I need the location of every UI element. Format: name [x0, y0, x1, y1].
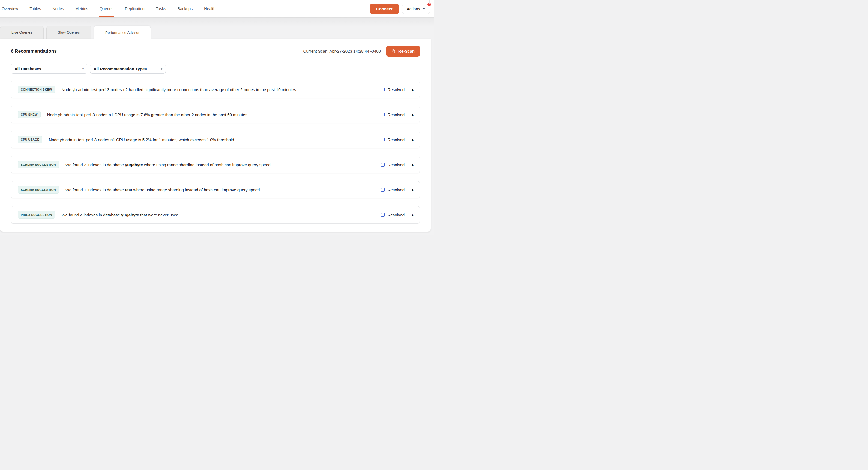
magnifier-icon	[392, 49, 396, 54]
queries-page: Live Queries Slow Queries Performance Ad…	[0, 18, 434, 235]
triangle-up-icon[interactable]: ▲	[411, 213, 414, 216]
recommendation-summary: We found 1 indexes in database test wher…	[65, 188, 261, 192]
nav-item-metrics[interactable]: Metrics	[75, 0, 88, 18]
recommendation-summary: Node yb-admin-test-perf-3-nodes-n1 CPU u…	[49, 137, 235, 142]
nav-actions-group: Connect Actions	[370, 4, 430, 14]
resolved-checkbox[interactable]	[381, 88, 384, 91]
resolved-checkbox[interactable]	[381, 112, 384, 116]
advisor-filters: All Databases ▾ All Recommendation Types…	[11, 64, 420, 74]
nav-item-health[interactable]: Health	[204, 0, 216, 18]
advisor-header: 6 Recommendations Current Scan: Apr-27-2…	[11, 45, 420, 57]
recommendation-card-index-suggestion[interactable]: INDEX SUGGESTION We found 4 indexes in d…	[11, 206, 420, 224]
triangle-up-icon[interactable]: ▲	[411, 189, 414, 191]
current-scan-timestamp: Current Scan: Apr-27-2023 14:28:44 -0400	[303, 49, 381, 54]
resolved-label: Resolved	[388, 213, 405, 217]
triangle-up-icon[interactable]: ▲	[411, 88, 414, 91]
triangle-up-icon[interactable]: ▲	[411, 113, 414, 116]
recommendation-type-filter-select[interactable]: All Recommendation Types ▾	[90, 64, 166, 74]
recommendation-type-badge: CPU SKEW	[18, 111, 41, 118]
recommendation-type-badge: INDEX SUGGESTION	[18, 211, 55, 219]
top-right-divider	[429, 0, 430, 4]
recommendation-card-cpu-skew[interactable]: CPU SKEW Node yb-admin-test-perf-3-nodes…	[11, 106, 420, 123]
recommendation-type-badge: CPU USAGE	[18, 136, 42, 143]
card-controls: Resolved ▲	[381, 137, 414, 142]
rescan-button[interactable]: Re-Scan	[386, 45, 420, 57]
tab-live-queries[interactable]: Live Queries	[0, 26, 44, 39]
card-controls: Resolved ▲	[381, 213, 414, 217]
card-controls: Resolved ▲	[381, 112, 414, 117]
card-controls: Resolved ▲	[381, 163, 414, 167]
actions-button[interactable]: Actions	[402, 4, 430, 14]
recommendation-summary: We found 4 indexes in database yugabyte …	[62, 213, 180, 217]
recommendation-card-schema-suggestion-1[interactable]: SCHEMA SUGGESTION We found 2 indexes in …	[11, 156, 420, 173]
nav-item-nodes[interactable]: Nodes	[52, 0, 64, 18]
recommendation-summary: We found 2 indexes in database yugabyte …	[65, 163, 272, 167]
tab-performance-advisor[interactable]: Performance Advisor	[94, 26, 151, 39]
connect-button[interactable]: Connect	[370, 4, 399, 14]
recommendation-type-badge: SCHEMA SUGGESTION	[18, 161, 59, 168]
resolved-checkbox[interactable]	[381, 138, 384, 141]
resolved-checkbox[interactable]	[381, 188, 384, 192]
card-controls: Resolved ▲	[381, 87, 414, 92]
recommendation-summary: Node yb-admin-test-perf-3-nodes-n1 CPU u…	[47, 112, 249, 117]
nav-item-overview[interactable]: Overview	[2, 0, 18, 18]
resolved-label: Resolved	[388, 137, 405, 142]
nav-item-backups[interactable]: Backups	[178, 0, 193, 18]
performance-advisor-panel: 6 Recommendations Current Scan: Apr-27-2…	[0, 39, 431, 232]
recommendations-count-heading: 6 Recommendations	[11, 48, 57, 54]
nav-items: Overview Tables Nodes Metrics Queries Re…	[2, 0, 216, 18]
nav-item-tasks[interactable]: Tasks	[156, 0, 166, 18]
rescan-button-label: Re-Scan	[398, 49, 415, 54]
caret-down-icon: ▾	[82, 67, 84, 70]
recommendation-type-badge: CONNECTION SKEW	[18, 86, 55, 93]
universe-navbar: Overview Tables Nodes Metrics Queries Re…	[0, 0, 434, 18]
nav-item-queries[interactable]: Queries	[99, 0, 114, 18]
recommendation-list: CONNECTION SKEW Node yb-admin-test-perf-…	[11, 81, 420, 224]
actions-button-label: Actions	[407, 6, 420, 11]
recommendation-type-badge: SCHEMA SUGGESTION	[18, 186, 59, 194]
queries-subtabs: Live Queries Slow Queries Performance Ad…	[0, 18, 434, 39]
scan-controls: Current Scan: Apr-27-2023 14:28:44 -0400…	[303, 45, 420, 57]
resolved-checkbox[interactable]	[381, 163, 384, 167]
card-controls: Resolved ▲	[381, 188, 414, 192]
resolved-label: Resolved	[388, 188, 405, 192]
triangle-up-icon[interactable]: ▲	[411, 163, 414, 166]
recommendation-card-connection-skew[interactable]: CONNECTION SKEW Node yb-admin-test-perf-…	[11, 81, 420, 98]
resolved-label: Resolved	[388, 163, 405, 167]
recommendation-card-schema-suggestion-2[interactable]: SCHEMA SUGGESTION We found 1 indexes in …	[11, 181, 420, 198]
recommendation-summary: Node yb-admin-test-perf-3-nodes-n2 handl…	[62, 87, 297, 92]
recommendation-card-cpu-usage[interactable]: CPU USAGE Node yb-admin-test-perf-3-node…	[11, 131, 420, 148]
nav-item-tables[interactable]: Tables	[29, 0, 41, 18]
chevron-down-icon	[423, 8, 425, 9]
triangle-up-icon[interactable]: ▲	[411, 138, 414, 141]
tab-slow-queries[interactable]: Slow Queries	[46, 26, 91, 39]
resolved-label: Resolved	[388, 112, 405, 117]
recommendation-type-filter-value: All Recommendation Types	[94, 67, 147, 71]
caret-down-icon: ▾	[161, 67, 162, 70]
resolved-label: Resolved	[388, 87, 405, 92]
nav-item-replication[interactable]: Replication	[125, 0, 145, 18]
database-filter-select[interactable]: All Databases ▾	[11, 64, 87, 74]
resolved-checkbox[interactable]	[381, 213, 384, 217]
database-filter-value: All Databases	[14, 67, 41, 71]
